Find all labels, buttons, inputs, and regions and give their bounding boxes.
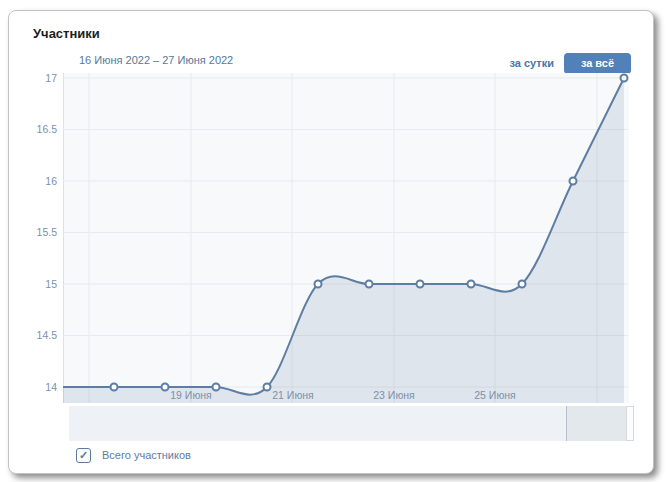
y-tick-label: 14 <box>25 381 57 393</box>
members-stats-card: Участники 16 Июня 2022 – 27 Июня 2022 за… <box>8 10 654 474</box>
page-title: Участники <box>33 26 100 41</box>
x-tick-label: 21 Июня <box>261 389 325 401</box>
screenshot-stage: Участники 16 Июня 2022 – 27 Июня 2022 за… <box>0 0 670 482</box>
y-tick-label: 16.5 <box>25 123 57 135</box>
x-tick-label: 19 Июня <box>159 389 223 401</box>
range-overview-track[interactable] <box>69 406 626 441</box>
x-tick-label: 25 Июня <box>463 389 527 401</box>
y-tick-label: 14.5 <box>25 329 57 341</box>
range-selection[interactable] <box>566 406 627 441</box>
x-tick-label: 23 Июня <box>362 389 426 401</box>
y-tick-label: 17 <box>25 72 57 84</box>
date-range-label: 16 Июня 2022 – 27 Июня 2022 <box>79 54 233 66</box>
y-tick-label: 16 <box>25 175 57 187</box>
legend-row[interactable]: ✓ Всего участников <box>76 447 191 463</box>
all-time-button[interactable]: за всё время <box>564 53 631 74</box>
series-checkbox-label: Всего участников <box>102 449 191 461</box>
y-tick-label: 15 <box>25 278 57 290</box>
y-tick-label: 15.5 <box>25 226 57 238</box>
per-day-button[interactable]: за сутки <box>489 53 554 74</box>
chart-plot-area[interactable] <box>63 73 629 403</box>
series-checkbox[interactable]: ✓ <box>76 448 91 463</box>
range-handle[interactable] <box>626 406 634 441</box>
